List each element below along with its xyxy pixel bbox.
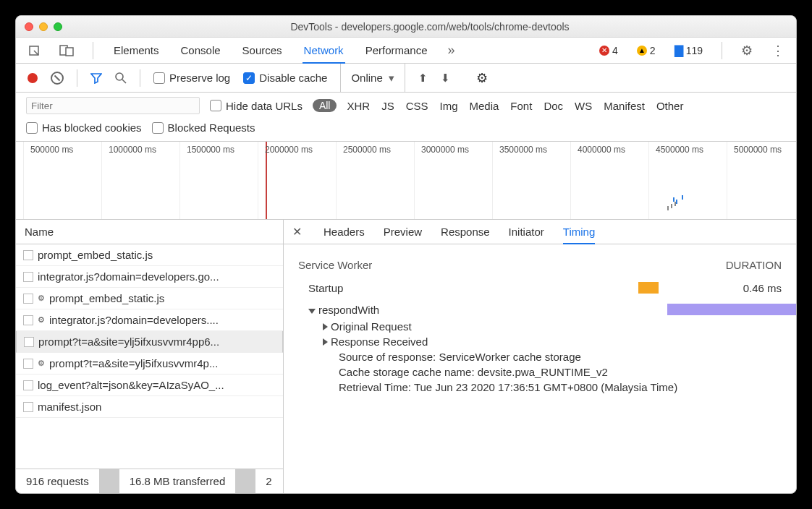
gear-icon: ⚙	[38, 359, 45, 368]
tab-performance[interactable]: Performance	[364, 38, 429, 63]
network-settings-icon[interactable]: ⚙	[476, 70, 488, 86]
request-name: prompt?t=a&site=ylj5ifxusvvmr4p...	[49, 357, 218, 369]
transferred-size: 16.8 MB transferred	[119, 475, 236, 487]
name-column-header[interactable]: Name	[16, 220, 283, 244]
request-row[interactable]: prompt?t=a&site=ylj5ifxusvvmr4pp6...	[16, 331, 283, 353]
inspect-icon[interactable]	[28, 44, 41, 57]
file-icon	[23, 294, 33, 304]
settings-icon[interactable]: ⚙	[741, 43, 753, 59]
filter-input[interactable]	[26, 97, 200, 114]
footer-overflow: 2	[255, 475, 282, 487]
disable-cache-checkbox[interactable]: ✓Disable cache	[243, 72, 327, 84]
request-name: integrator.js?domain=developers.go...	[38, 270, 219, 283]
file-icon	[24, 337, 34, 347]
filter-type-ws[interactable]: WS	[575, 100, 592, 112]
window-zoom-icon[interactable]	[54, 22, 62, 31]
hide-data-urls-checkbox[interactable]: Hide data URLs	[210, 100, 303, 112]
request-row[interactable]: prompt_embed_static.js	[16, 244, 283, 266]
filter-toggle-icon[interactable]	[90, 72, 102, 84]
gear-icon: ⚙	[38, 315, 45, 325]
file-icon	[23, 315, 33, 325]
timeline-tick: 1000000 ms	[109, 145, 156, 155]
download-icon[interactable]: ⬇	[441, 72, 450, 85]
svg-rect-2	[66, 48, 73, 56]
titlebar: DevTools - developers.google.com/web/too…	[16, 16, 796, 38]
tab-response[interactable]: Response	[441, 226, 490, 238]
retrieval-time: Retrieval Time: Tue Jun 23 2020 17:36:51…	[298, 381, 782, 393]
timeline-tick: 4000000 ms	[578, 145, 625, 155]
detail-tabs: ✕ Headers Preview Response Initiator Tim…	[284, 220, 796, 244]
request-name: integrator.js?domain=developers....	[49, 314, 219, 326]
tab-initiator[interactable]: Initiator	[509, 226, 544, 238]
tab-timing[interactable]: Timing	[563, 221, 595, 244]
filter-type-xhr[interactable]: XHR	[347, 100, 370, 112]
filter-type-media[interactable]: Media	[470, 100, 499, 112]
window-minimize-icon[interactable]	[39, 22, 48, 31]
respondwith-bar	[667, 304, 796, 315]
close-detail-icon[interactable]: ✕	[292, 225, 302, 239]
svg-point-3	[116, 73, 123, 80]
response-received-toggle[interactable]: Response Received	[298, 335, 782, 348]
filter-type-js[interactable]: JS	[381, 100, 394, 112]
message-count-value: 119	[686, 45, 703, 56]
request-row[interactable]: ⚙prompt_embed_static.js	[16, 288, 283, 309]
tab-elements[interactable]: Elements	[112, 38, 161, 63]
blocked-requests-checkbox[interactable]: Blocked Requests	[152, 121, 255, 134]
timing-panel: Service Worker DURATION Startup 0.46 ms …	[284, 244, 796, 493]
timeline-tick: 3000000 ms	[421, 145, 469, 155]
startup-bar	[638, 282, 659, 294]
filter-bar: Hide data URLs All XHRJSCSSImgMediaFontD…	[16, 93, 796, 142]
filter-type-other[interactable]: Other	[656, 100, 684, 112]
warning-count[interactable]: ▲2	[637, 45, 656, 56]
tab-headers[interactable]: Headers	[323, 226, 365, 238]
timeline-tick: 5000000 ms	[734, 145, 782, 155]
gear-icon: ⚙	[38, 294, 45, 303]
request-row[interactable]: manifest.json	[16, 396, 283, 418]
tab-console[interactable]: Console	[179, 38, 222, 63]
record-icon[interactable]	[28, 73, 38, 83]
request-row[interactable]: log_event?alt=json&key=AIzaSyAO_...	[16, 375, 283, 396]
search-icon[interactable]	[115, 72, 127, 84]
message-count[interactable]: ▇119	[674, 43, 703, 57]
requests-footer: 916 requests 16.8 MB transferred 2	[16, 469, 283, 493]
timeline-tick: 4500000 ms	[656, 145, 703, 155]
preserve-log-checkbox[interactable]: Preserve log	[153, 72, 230, 84]
error-count[interactable]: ✕4	[599, 45, 618, 56]
duration-header: DURATION	[726, 259, 782, 271]
filter-type-css[interactable]: CSS	[406, 100, 428, 112]
request-row[interactable]: ⚙integrator.js?domain=developers....	[16, 309, 283, 331]
filter-type-img[interactable]: Img	[439, 100, 457, 112]
throttling-value: Online	[351, 72, 382, 84]
window-close-icon[interactable]	[25, 22, 33, 31]
file-icon	[23, 402, 33, 412]
blocked-requests-label: Blocked Requests	[168, 121, 255, 134]
warning-count-value: 2	[650, 45, 656, 56]
window-title: DevTools - developers.google.com/web/too…	[72, 21, 787, 33]
throttling-select[interactable]: Online▾	[340, 64, 405, 92]
clear-icon[interactable]	[51, 72, 64, 85]
request-row[interactable]: ⚙prompt?t=a&site=ylj5ifxusvvmr4p...	[16, 353, 283, 375]
tab-network[interactable]: Network	[303, 38, 345, 64]
more-tabs-icon[interactable]: »	[448, 43, 455, 58]
original-request-toggle[interactable]: Original Request	[298, 320, 782, 333]
file-icon	[23, 380, 33, 390]
filter-type-manifest[interactable]: Manifest	[604, 100, 645, 112]
network-toolbar: Preserve log ✓Disable cache Online▾ ⬆ ⬇ …	[16, 64, 796, 93]
cache-storage-name: Cache storage cache name: devsite.pwa_RU…	[298, 366, 782, 378]
timeline-overview[interactable]: 500000 ms1000000 ms1500000 ms2000000 ms2…	[16, 142, 796, 220]
filter-type-doc[interactable]: Doc	[544, 100, 563, 112]
has-blocked-cookies-checkbox[interactable]: Has blocked cookies	[26, 121, 142, 134]
upload-icon[interactable]: ⬆	[418, 72, 428, 85]
file-icon	[23, 250, 33, 260]
filter-type-font[interactable]: Font	[510, 100, 532, 112]
kebab-icon[interactable]: ⋮	[771, 43, 784, 59]
device-toggle-icon[interactable]	[59, 45, 74, 56]
request-name: log_event?alt=json&key=AIzaSyAO_...	[38, 379, 224, 391]
request-name: prompt?t=a&site=ylj5ifxusvvmr4pp6...	[38, 335, 219, 348]
request-row[interactable]: integrator.js?domain=developers.go...	[16, 266, 283, 288]
tab-sources[interactable]: Sources	[241, 38, 284, 63]
filter-all[interactable]: All	[313, 99, 337, 112]
tab-preview[interactable]: Preview	[384, 226, 422, 238]
error-count-value: 4	[612, 45, 618, 56]
respondwith-toggle[interactable]: respondWith	[298, 304, 465, 316]
